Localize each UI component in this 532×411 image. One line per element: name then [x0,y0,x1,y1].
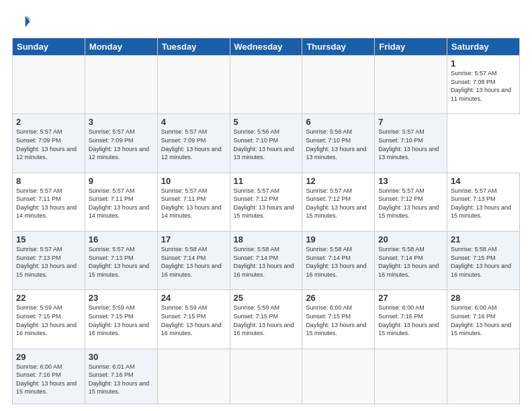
calendar-cell: 15Sunrise: 5:57 AMSunset: 7:13 PMDayligh… [13,231,85,289]
calendar-cell [447,349,520,404]
page: SundayMondayTuesdayWednesdayThursdayFrid… [0,0,532,411]
calendar-cell: 7Sunrise: 5:57 AMSunset: 7:10 PMDaylight… [375,114,447,173]
calendar-cell: 17Sunrise: 5:58 AMSunset: 7:14 PMDayligh… [157,231,230,289]
day-number: 10 [161,176,226,186]
calendar-cell [13,56,85,114]
day-number: 11 [234,176,299,186]
day-number: 24 [161,293,226,303]
day-info: Sunrise: 5:57 AMSunset: 7:13 PMDaylight:… [16,245,81,279]
calendar-cell: 25Sunrise: 5:59 AMSunset: 7:15 PMDayligh… [230,290,302,349]
day-number: 14 [451,176,516,186]
day-number: 16 [89,234,154,244]
calendar-cell: 11Sunrise: 5:57 AMSunset: 7:12 PMDayligh… [230,173,302,231]
day-number: 13 [378,176,443,186]
day-header-tuesday: Tuesday [157,38,230,56]
calendar-cell [375,349,447,404]
day-info: Sunrise: 5:57 AMSunset: 7:09 PMDaylight:… [16,128,81,161]
day-info: Sunrise: 5:56 AMSunset: 7:10 PMDaylight:… [234,128,299,161]
day-number: 17 [161,234,226,244]
calendar-cell: 13Sunrise: 5:57 AMSunset: 7:12 PMDayligh… [375,173,447,231]
calendar-cell: 4Sunrise: 5:57 AMSunset: 7:09 PMDaylight… [157,114,230,173]
day-number: 21 [451,234,516,244]
calendar-cell: 19Sunrise: 5:58 AMSunset: 7:14 PMDayligh… [302,231,375,289]
day-number: 22 [16,293,81,303]
day-info: Sunrise: 5:57 AMSunset: 7:11 PMDaylight:… [89,187,154,220]
day-info: Sunrise: 5:57 AMSunset: 7:12 PMDaylight:… [234,187,299,220]
calendar-cell: 8Sunrise: 5:57 AMSunset: 7:11 PMDaylight… [13,173,85,231]
day-info: Sunrise: 5:57 AMSunset: 7:11 PMDaylight:… [16,187,81,220]
day-number: 15 [16,234,81,244]
day-number: 12 [306,176,371,186]
day-info: Sunrise: 5:58 AMSunset: 7:14 PMDaylight:… [306,245,371,279]
calendar-cell: 16Sunrise: 5:57 AMSunset: 7:13 PMDayligh… [85,231,157,289]
week-row-3: 15Sunrise: 5:57 AMSunset: 7:13 PMDayligh… [13,231,520,289]
calendar-cell: 23Sunrise: 5:59 AMSunset: 7:15 PMDayligh… [85,290,157,349]
day-info: Sunrise: 6:00 AMSunset: 7:15 PMDaylight:… [306,304,371,337]
calendar-cell: 29Sunrise: 6:00 AMSunset: 7:16 PMDayligh… [13,349,85,404]
day-info: Sunrise: 5:57 AMSunset: 7:08 PMDaylight:… [451,69,516,103]
day-info: Sunrise: 6:01 AMSunset: 7:16 PMDaylight:… [89,363,154,396]
day-info: Sunrise: 5:59 AMSunset: 7:15 PMDaylight:… [161,304,226,337]
week-row-1: 2Sunrise: 5:57 AMSunset: 7:09 PMDaylight… [13,114,520,173]
day-info: Sunrise: 5:57 AMSunset: 7:12 PMDaylight:… [306,187,371,220]
calendar-cell: 6Sunrise: 5:56 AMSunset: 7:10 PMDaylight… [302,114,375,173]
day-info: Sunrise: 5:59 AMSunset: 7:15 PMDaylight:… [89,304,154,337]
calendar-cell [157,56,230,114]
calendar-cell: 3Sunrise: 5:57 AMSunset: 7:09 PMDaylight… [85,114,157,173]
day-info: Sunrise: 5:57 AMSunset: 7:12 PMDaylight:… [378,187,443,220]
day-info: Sunrise: 5:57 AMSunset: 7:09 PMDaylight:… [89,128,154,161]
calendar-cell [85,56,157,114]
week-row-4: 22Sunrise: 5:59 AMSunset: 7:15 PMDayligh… [13,290,520,349]
day-number: 6 [306,117,371,127]
day-info: Sunrise: 5:58 AMSunset: 7:14 PMDaylight:… [234,245,299,279]
calendar-cell: 10Sunrise: 5:57 AMSunset: 7:11 PMDayligh… [157,173,230,231]
day-header-saturday: Saturday [447,38,520,56]
day-info: Sunrise: 5:57 AMSunset: 7:11 PMDaylight:… [161,187,226,220]
day-number: 4 [161,117,226,127]
day-info: Sunrise: 5:57 AMSunset: 7:13 PMDaylight:… [89,245,154,279]
day-number: 29 [16,352,81,362]
calendar-cell: 26Sunrise: 6:00 AMSunset: 7:15 PMDayligh… [302,290,375,349]
calendar-cell [230,349,302,404]
calendar-cell: 24Sunrise: 5:59 AMSunset: 7:15 PMDayligh… [157,290,230,349]
week-row-2: 8Sunrise: 5:57 AMSunset: 7:11 PMDaylight… [13,173,520,231]
calendar-cell [157,349,230,404]
day-info: Sunrise: 5:58 AMSunset: 7:14 PMDaylight:… [378,245,443,279]
day-number: 7 [378,117,443,127]
day-number: 3 [89,117,154,127]
logo [12,12,35,31]
week-row-0: 1Sunrise: 5:57 AMSunset: 7:08 PMDaylight… [13,56,520,114]
day-info: Sunrise: 5:57 AMSunset: 7:10 PMDaylight:… [378,128,443,161]
day-number: 19 [306,234,371,244]
day-info: Sunrise: 5:57 AMSunset: 7:13 PMDaylight:… [451,187,516,220]
svg-marker-1 [27,16,31,20]
day-header-friday: Friday [375,38,447,56]
day-info: Sunrise: 5:56 AMSunset: 7:10 PMDaylight:… [306,128,371,161]
calendar-cell: 9Sunrise: 5:57 AMSunset: 7:11 PMDaylight… [85,173,157,231]
day-info: Sunrise: 5:59 AMSunset: 7:15 PMDaylight:… [234,304,299,337]
calendar-cell [302,56,375,114]
calendar-cell: 20Sunrise: 5:58 AMSunset: 7:14 PMDayligh… [375,231,447,289]
day-info: Sunrise: 5:58 AMSunset: 7:15 PMDaylight:… [451,245,516,279]
day-number: 30 [89,352,154,362]
week-row-5: 29Sunrise: 6:00 AMSunset: 7:16 PMDayligh… [13,349,520,404]
day-number: 1 [451,58,516,68]
day-header-thursday: Thursday [302,38,375,56]
day-number: 28 [451,293,516,303]
day-number: 27 [378,293,443,303]
day-number: 8 [16,176,81,186]
calendar-cell: 27Sunrise: 6:00 AMSunset: 7:16 PMDayligh… [375,290,447,349]
day-number: 20 [378,234,443,244]
calendar-cell: 14Sunrise: 5:57 AMSunset: 7:13 PMDayligh… [447,173,520,231]
day-info: Sunrise: 5:58 AMSunset: 7:14 PMDaylight:… [161,245,226,279]
day-header-wednesday: Wednesday [230,38,302,56]
day-header-sunday: Sunday [13,38,85,56]
day-info: Sunrise: 6:00 AMSunset: 7:16 PMDaylight:… [378,304,443,337]
day-number: 18 [234,234,299,244]
calendar-cell [375,56,447,114]
day-info: Sunrise: 6:00 AMSunset: 7:16 PMDaylight:… [451,304,516,337]
day-info: Sunrise: 6:00 AMSunset: 7:16 PMDaylight:… [16,363,81,396]
calendar-cell: 28Sunrise: 6:00 AMSunset: 7:16 PMDayligh… [447,290,520,349]
calendar-cell: 22Sunrise: 5:59 AMSunset: 7:15 PMDayligh… [13,290,85,349]
day-number: 26 [306,293,371,303]
